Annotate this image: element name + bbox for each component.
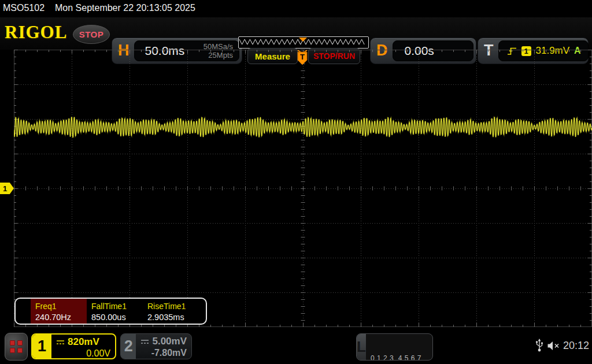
measurement-value: 2.9035ms <box>147 312 199 323</box>
logic-channels-block[interactable]: L 0 1 2 3 4 5 6 7 8 9 1011 12131415 <box>356 333 433 361</box>
system-datetime: Mon September 22 20:13:05 2025 <box>55 3 195 13</box>
logic-badge: L <box>357 334 366 360</box>
ch2-scale: 5.00mV <box>152 336 187 347</box>
measurement-value: 850.00us <box>91 312 143 323</box>
channel2-block[interactable]: 2 5.00mV -7.80mV <box>120 333 192 359</box>
quick-menu-icon <box>10 340 15 346</box>
header-bar: RIGOL STOP H 50.0ms 50MSa/s 25Mpts Measu… <box>0 17 592 50</box>
oscilloscope-screen: MSO5102 Mon September 22 20:13:05 2025 R… <box>0 0 592 364</box>
quick-menu-button[interactable] <box>5 333 28 361</box>
graticule: T <box>14 50 592 327</box>
ch1-offset: 0.00V <box>56 348 110 359</box>
logic-row-0-7: 0 1 2 3 4 5 6 7 <box>371 354 433 361</box>
dc-coupling-icon <box>140 339 149 345</box>
measurement-item-falltime1[interactable]: FallTime1 850.00us <box>87 299 143 324</box>
clock-readout: 20:12 <box>563 340 589 352</box>
sound-mute-toggle[interactable] <box>547 341 561 353</box>
acquisition-status-badge: STOP <box>73 25 110 44</box>
dc-coupling-icon <box>56 339 65 346</box>
usb-status <box>535 339 543 355</box>
speaker-muted-icon <box>547 341 561 351</box>
rigol-logo: RIGOL <box>5 22 67 43</box>
waveform-display-area: T <box>14 50 592 327</box>
measurement-label: RiseTime1 <box>147 301 199 312</box>
channel2-badge: 2 <box>121 334 136 359</box>
usb-icon <box>535 339 543 352</box>
measurement-label: Freq1 <box>35 301 87 312</box>
channel1-badge: 1 <box>32 335 51 358</box>
measurement-panel[interactable]: Freq1 240.70Hz FallTime1 850.00us RiseTi… <box>14 298 207 325</box>
ch1-scale: 820mV <box>68 336 99 348</box>
measurement-label: FallTime1 <box>91 301 143 312</box>
timebase-overview[interactable] <box>238 36 369 49</box>
ch2-offset: -7.80mV <box>140 348 187 358</box>
measurement-item-risetime1[interactable]: RiseTime1 2.9035ms <box>143 299 199 324</box>
measurement-value: 240.70Hz <box>35 312 87 323</box>
trigger-position-marker[interactable]: T <box>298 50 307 65</box>
svg-text:T: T <box>300 53 305 61</box>
ch1-level-marker[interactable]: 1 <box>0 183 14 194</box>
overview-waveform <box>239 37 367 47</box>
top-info-bar: MSO5102 Mon September 22 20:13:05 2025 <box>0 0 592 17</box>
channel1-block[interactable]: 1 820mV 0.00V <box>31 333 116 359</box>
model-name: MSO5102 <box>3 3 45 13</box>
measurement-item-freq1[interactable]: Freq1 240.70Hz <box>31 299 87 324</box>
